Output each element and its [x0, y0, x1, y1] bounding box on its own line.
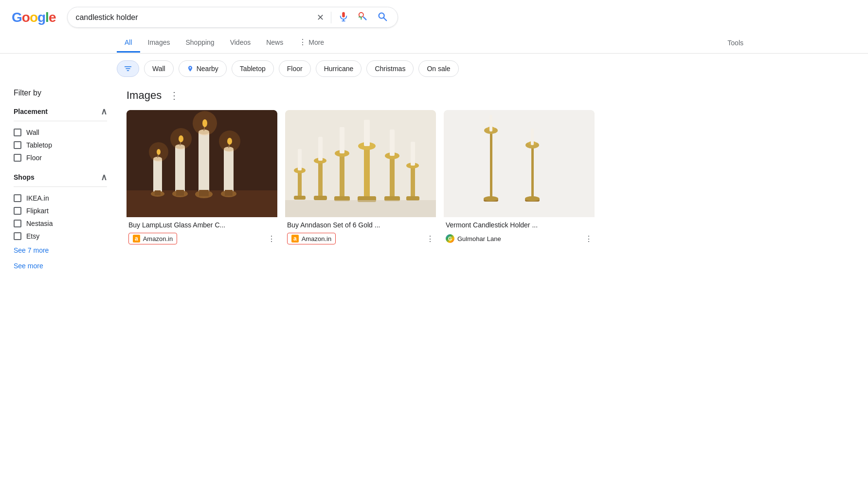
card-2-source-info[interactable]: a Amazon.in — [287, 233, 336, 244]
image-grid: Buy LampLust Glass Amber C... a Amazon.i… — [127, 110, 858, 248]
filter-item-floor[interactable]: Floor — [14, 151, 107, 164]
google-logo[interactable]: Google — [12, 10, 55, 25]
shops-header[interactable]: Shops ∧ — [14, 172, 107, 187]
tab-all[interactable]: All — [117, 34, 140, 53]
svg-point-35 — [149, 142, 168, 162]
filter-item-ikea[interactable]: IKEA.in — [14, 192, 107, 205]
tab-shopping[interactable]: Shopping — [178, 34, 222, 53]
svg-rect-72 — [531, 144, 534, 200]
svg-rect-59 — [390, 130, 395, 156]
svg-rect-34 — [225, 190, 233, 196]
svg-rect-60 — [411, 164, 415, 198]
candle-image-3-svg — [444, 110, 595, 217]
chip-hurricane[interactable]: Hurricane — [316, 60, 362, 77]
svg-rect-56 — [390, 154, 395, 198]
search-svg — [377, 11, 388, 22]
svg-rect-43 — [298, 149, 302, 170]
card-3-more-btn[interactable]: ⋮ — [585, 234, 593, 243]
card-2-source: a Amazon.in ⋮ — [285, 231, 436, 248]
svg-rect-77 — [531, 129, 534, 145]
search-input[interactable] — [75, 13, 310, 22]
svg-rect-17 — [175, 147, 185, 193]
svg-rect-47 — [318, 137, 323, 161]
card-2-source-name: Amazon.in — [302, 235, 331, 242]
location-icon — [187, 65, 194, 72]
card-1-source-name: Amazon.in — [143, 235, 173, 242]
filter-settings-chip[interactable] — [117, 60, 139, 77]
svg-line-5 — [384, 18, 387, 21]
card-1-more-btn[interactable]: ⋮ — [268, 234, 275, 243]
see-more-link[interactable]: See more — [14, 262, 107, 270]
clear-button[interactable]: ✕ — [315, 12, 326, 23]
checkbox-flipkart[interactable] — [14, 207, 21, 215]
filter-item-tabletop[interactable]: Tabletop — [14, 139, 107, 151]
card-1-source-info[interactable]: a Amazon.in — [128, 233, 177, 244]
shops-section: Shops ∧ IKEA.in Flipkart Nestasia Etsy S… — [14, 172, 107, 254]
microphone-icon[interactable] — [336, 11, 351, 23]
checkbox-tabletop[interactable] — [14, 141, 21, 149]
search-button[interactable] — [375, 11, 390, 23]
placement-header[interactable]: Placement ∧ — [14, 106, 107, 121]
candle-image-1-svg — [127, 110, 277, 217]
tab-news[interactable]: News — [258, 34, 291, 53]
image-card-1[interactable]: Buy LampLust Glass Amber C... a Amazon.i… — [127, 110, 277, 248]
card-3-source-name: Gulmohar Lane — [457, 235, 501, 242]
chip-floor[interactable]: Floor — [279, 60, 311, 77]
checkbox-etsy[interactable] — [14, 232, 21, 240]
filter-label-tabletop: Tabletop — [26, 141, 52, 149]
svg-rect-71 — [489, 115, 492, 131]
svg-rect-22 — [176, 190, 184, 196]
image-thumbnail-2 — [285, 110, 436, 217]
tab-videos[interactable]: Videos — [222, 34, 259, 53]
chip-wall[interactable]: Wall — [144, 60, 174, 77]
amazon-logo-icon-2: a — [291, 235, 299, 242]
tools-button[interactable]: Tools — [720, 34, 751, 52]
svg-rect-23 — [199, 132, 209, 193]
svg-rect-29 — [224, 149, 234, 193]
card-2-more-btn[interactable]: ⋮ — [426, 234, 434, 243]
tab-images[interactable]: Images — [140, 34, 178, 53]
svg-point-37 — [193, 111, 217, 135]
filter-item-wall[interactable]: Wall — [14, 126, 107, 139]
images-more-options-btn[interactable]: ⋮ — [166, 89, 182, 102]
chip-nearby[interactable]: Nearby — [179, 60, 227, 77]
filter-item-flipkart[interactable]: Flipkart — [14, 205, 107, 217]
image-card-3[interactable]: Vermont Candlestick Holder ... G Gulmoha… — [444, 110, 595, 248]
svg-rect-55 — [364, 120, 370, 146]
image-card-2[interactable]: Buy Anndason Set of 6 Gold ... a Amazon.… — [285, 110, 436, 248]
card-1-label: Buy LampLust Glass Amber C... — [127, 217, 277, 231]
filter-item-nestasia[interactable]: Nestasia — [14, 217, 107, 230]
checkbox-nestasia[interactable] — [14, 220, 21, 227]
svg-rect-65 — [444, 110, 595, 217]
gulmohar-logo-icon: G — [446, 234, 454, 243]
svg-point-76 — [525, 196, 540, 201]
card-3-source: G Gulmohar Lane ⋮ — [444, 231, 595, 248]
sidebar: Filter by Placement ∧ Wall Tabletop Floo… — [0, 89, 117, 270]
filter-by-title: Filter by — [14, 89, 107, 97]
tab-more[interactable]: ⋮ More — [291, 33, 332, 53]
image-thumbnail-1 — [127, 110, 277, 217]
images-section-title: Images — [127, 89, 162, 102]
search-bar: ✕ — [67, 7, 398, 28]
card-2-label: Buy Anndason Set of 6 Gold ... — [285, 217, 436, 231]
images-section-header: Images ⋮ — [127, 89, 858, 102]
checkbox-floor[interactable] — [14, 154, 21, 162]
svg-rect-41 — [294, 196, 306, 200]
see-more-shops-link[interactable]: See 7 more — [14, 246, 107, 254]
nav-tabs: All Images Shopping Videos News ⋮ More T… — [0, 33, 868, 54]
filter-label-wall: Wall — [26, 129, 39, 136]
svg-rect-45 — [314, 196, 327, 200]
card-3-source-info[interactable]: G Gulmohar Lane — [446, 233, 501, 244]
checkbox-ikea[interactable] — [14, 194, 21, 202]
filter-label-nestasia: Nestasia — [26, 220, 53, 227]
lens-icon[interactable] — [356, 11, 370, 23]
filter-label-etsy: Etsy — [26, 232, 39, 240]
chip-tabletop[interactable]: Tabletop — [232, 60, 274, 77]
candle-image-2-svg — [285, 110, 436, 217]
chip-christmas[interactable]: Christmas — [366, 60, 414, 77]
filter-item-etsy[interactable]: Etsy — [14, 230, 107, 242]
checkbox-wall[interactable] — [14, 129, 21, 136]
svg-rect-66 — [490, 130, 492, 200]
shops-collapse-icon: ∧ — [101, 172, 107, 183]
chip-on-sale[interactable]: On sale — [418, 60, 458, 77]
